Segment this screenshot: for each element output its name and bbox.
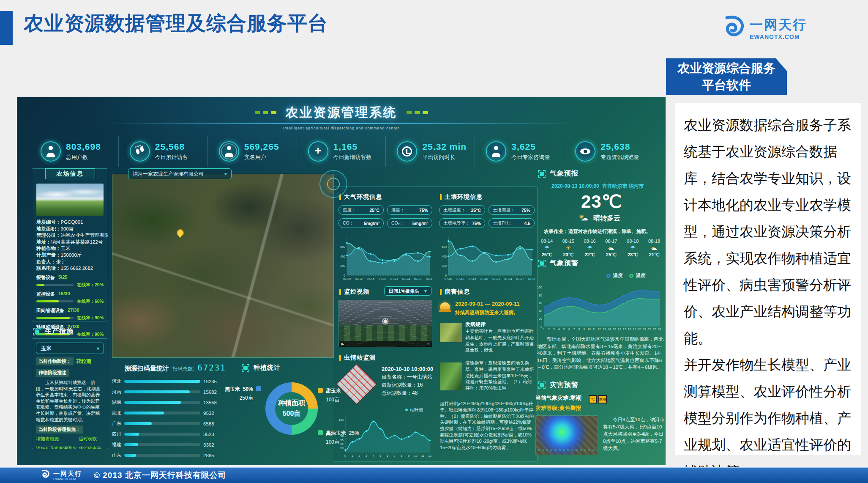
svg-text:07-12: 07-12 xyxy=(355,277,363,280)
video-player[interactable]: ◉ ▶ ⊡ xyxy=(338,300,432,347)
badge-value: 5mg/m³ xyxy=(364,221,379,226)
trace-bar-label: 福建 xyxy=(104,442,121,448)
crop-select[interactable]: 玉米 ▾ xyxy=(36,343,104,354)
warning-legend-item: 温度 xyxy=(606,272,622,279)
svg-text:60: 60 xyxy=(539,302,542,305)
legend-swatch xyxy=(318,388,323,393)
svg-text:12: 12 xyxy=(598,328,601,331)
farm-field-row: 管理公司：讷河农业生产管理有限公司 xyxy=(32,232,108,239)
svg-text:96: 96 xyxy=(340,434,344,437)
kpi-label: 今日新增访客数 xyxy=(333,154,372,161)
disease-rule: 发病规律 主要危害叶片，严重时也可危害叶鞘和苞叶。一般先从底部叶片开始发生，逐步… xyxy=(465,321,535,353)
trace-total-value: 67231 xyxy=(197,363,226,372)
svg-text:6: 6 xyxy=(387,454,388,457)
trace-bar-label: 山东 xyxy=(104,452,121,458)
radar-decoration-icon xyxy=(319,170,347,198)
device-progress-fill xyxy=(36,284,44,286)
soil-title: 土壤环境信息 xyxy=(445,193,483,201)
kpi-icon xyxy=(130,141,150,162)
disease-title: 病害信息 xyxy=(445,288,470,296)
svg-text:07-09: 07-09 xyxy=(445,277,452,280)
forecast-day: 08-14 25℃ xyxy=(537,239,557,258)
device-progress-track xyxy=(36,317,74,319)
measure-link[interactable]: 防治病虫害 xyxy=(79,446,106,449)
satellite-map[interactable]: 讷河一家农业生产管理有限公司 ▾ xyxy=(112,168,334,358)
svg-text:20: 20 xyxy=(638,328,641,331)
trace-bar-fill xyxy=(124,412,164,414)
trace-bar-row: 广东6588 xyxy=(104,418,223,429)
environment-group-panel: 大气环境信息 温度： 25°C 湿度： 75% CO： xyxy=(334,186,538,462)
svg-text:4: 4 xyxy=(558,328,560,331)
video-section-header: 监控视频 xyxy=(339,288,369,296)
svg-text:4: 4 xyxy=(373,454,374,457)
legend-dot-icon xyxy=(606,274,611,278)
soil-section-header: 土壤环境信息 xyxy=(440,193,483,201)
svg-text:2: 2 xyxy=(548,328,550,331)
svg-text:11: 11 xyxy=(421,454,424,457)
video-play-button[interactable]: ▶ xyxy=(341,342,344,346)
device-status-row: 报警设备 5/25 在线率：20% xyxy=(36,274,104,288)
atmosphere-title: 大气环境信息 xyxy=(344,193,382,201)
cold-wave-badge-icon: ℃ xyxy=(589,395,597,403)
farm-company-select[interactable]: 讷河一家农业生产管理有限公司 ▾ xyxy=(128,168,232,179)
device-online-rate: 在线率：20% xyxy=(77,282,104,288)
svg-text:0: 0 xyxy=(344,454,346,457)
measure-link[interactable]: 浇好开花水和灌浆水 xyxy=(36,446,77,449)
farm-info-tab[interactable]: 农场信息 xyxy=(45,168,95,179)
stage-description: 玉米从抽雄到成熟这一阶段，一般历时50天左右，此期营养生长基本结束，由穗期的营养… xyxy=(36,379,104,423)
planting-donut-center: 种植面积 500亩 xyxy=(265,382,318,435)
trace-bar-track xyxy=(124,443,200,446)
chevron-down-icon: ▾ xyxy=(424,288,427,294)
warning-text: 预计本周，全国大部地区气温较常年同期略偏高，西北地区东部、华北南部降水量有3～1… xyxy=(537,336,664,371)
play-icon[interactable]: ◉ xyxy=(382,316,389,326)
insect-trap-image xyxy=(336,363,378,405)
svg-text:600: 600 xyxy=(442,245,447,248)
trace-bar-fill xyxy=(124,443,138,446)
camera-select[interactable]: 田间1号摄像头 ▾ xyxy=(384,286,431,296)
warning-corner-icon xyxy=(538,260,546,267)
badge-label: CO： xyxy=(343,220,354,226)
production-header: 生产措施 xyxy=(33,327,74,336)
measures-links: 增施攻粒肥适时晚收浇好开花水和灌浆水防治病虫害及时去雄剪雄浅锄莫伤根人工辅助授粉… xyxy=(36,436,104,449)
trace-bar-fill xyxy=(124,380,200,383)
svg-text:1: 1 xyxy=(543,328,545,331)
header-dashes-left-icon xyxy=(255,111,276,114)
trace-scan-panel: 溯源扫码量统计 扫码总数: 67231 河北18235河南15682湖南1355… xyxy=(104,363,223,463)
kpi-stat: 25,638 专题资讯浏览量 xyxy=(564,136,653,167)
forecast-temp: 25℃ xyxy=(537,252,557,258)
disease-alert-period: 2020-09-01 — 2020-09-11 xyxy=(455,301,520,307)
svg-text:5: 5 xyxy=(379,454,381,457)
stage-desc-chip: 作物阶段描述 xyxy=(36,369,69,377)
farm-fields: 地块编号：PGCQ001 地块面积：300亩 管理公司：讷河农业生产管理有限公司… xyxy=(32,219,108,272)
farm-field-row: 地址：讷河某某县某某路122号 xyxy=(32,239,108,246)
svg-text:7: 7 xyxy=(573,328,575,331)
svg-text:21: 21 xyxy=(643,328,646,331)
footer-brand-domain: EWANGTX.COM xyxy=(53,478,82,480)
trace-bar-label: 河南 xyxy=(104,389,121,395)
map-pin-icon[interactable] xyxy=(177,229,184,236)
insect-chart: 939495961000123456789101112 xyxy=(337,413,432,458)
device-online-rate: 在线率：90% xyxy=(77,315,104,321)
device-progress-track xyxy=(36,300,74,302)
kpi-stat: 1,165 今日新增访客数 xyxy=(297,136,386,167)
svg-text:94: 94 xyxy=(340,442,344,445)
svg-text:3: 3 xyxy=(553,328,555,331)
kpi-icon xyxy=(575,141,595,162)
satellite-imagery[interactable] xyxy=(112,174,334,358)
forecast-day: 08-15 23℃ xyxy=(559,239,578,258)
video-controls[interactable]: ▶ ⊡ xyxy=(339,341,432,347)
kpi-stat: 3,625 今日专家咨询量 xyxy=(475,136,564,167)
env-badge: 湿度： 75% xyxy=(387,205,432,215)
svg-text:9: 9 xyxy=(408,454,409,457)
measure-link[interactable]: 增施攻粒肥 xyxy=(36,436,77,442)
farm-field-row: 负责人：张宇 xyxy=(32,259,108,266)
farm-photo xyxy=(36,184,104,216)
farm-info-panel: 农场信息 地块编号：PGCQ001 地块面积：300亩 管理公司：讷河农业生产管… xyxy=(32,168,108,321)
warning-chart: 0204060801001234567891011121314151617181… xyxy=(535,280,662,332)
svg-text:07-21: 07-21 xyxy=(492,277,500,280)
soil-badges: 土壤温度： 25°C 土壤湿度： 75% 土壤电导率： 75% 土壤P xyxy=(439,205,535,228)
measure-link[interactable]: 适时晚收 xyxy=(79,436,106,442)
video-fullscreen-icon[interactable]: ⊡ xyxy=(426,342,429,346)
disaster-badges: ℃ 寒潮 xyxy=(589,395,607,403)
trace-bar-label: 湖南 xyxy=(104,399,121,406)
